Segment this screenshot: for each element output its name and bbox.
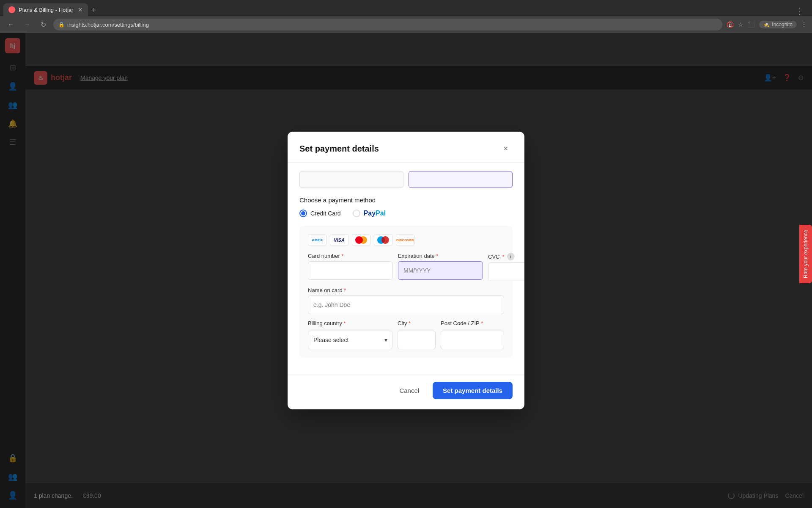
modal-footer: Cancel Set payment details (288, 375, 524, 409)
address-bar[interactable]: 🔒 insights.hotjar.com/settings/billing (53, 19, 722, 30)
tab-bar: Plans & Billing - Hotjar ✕ + ⋮ (0, 0, 812, 16)
card-section: AMEX VISA DISCOVER (299, 226, 513, 358)
chrome-menu-icon[interactable]: ⋮ (801, 21, 807, 28)
browser-controls-right: 📵 ☆ ⬛ 🕵 Incognito ⋮ (727, 21, 807, 28)
credit-card-radio[interactable] (299, 210, 307, 217)
rate-experience-widget[interactable]: Rate your experience (799, 225, 812, 283)
card-number-input[interactable] (308, 261, 393, 280)
cancel-button[interactable]: Cancel (392, 383, 426, 398)
active-tab[interactable]: Plans & Billing - Hotjar ✕ (3, 3, 88, 16)
star-icon[interactable]: ☆ (738, 21, 743, 28)
rate-label: Rate your experience (803, 230, 809, 278)
billing-country-select-wrap: Please select ▾ (308, 331, 392, 349)
credit-card-label: Credit Card (310, 210, 341, 217)
top-field-left (299, 171, 403, 188)
tab-title: Plans & Billing - Hotjar (19, 7, 73, 13)
city-input[interactable] (398, 331, 436, 349)
address-bar-row: ← → ↻ 🔒 insights.hotjar.com/settings/bil… (0, 16, 812, 33)
url-text: insights.hotjar.com/settings/billing (67, 22, 149, 28)
back-button[interactable]: ← (5, 19, 17, 30)
tab-favicon (8, 6, 15, 13)
name-field-wrap: Name on card * (308, 287, 504, 314)
browser-chrome: Plans & Billing - Hotjar ✕ + ⋮ ← → ↻ 🔒 i… (0, 0, 812, 33)
card-number-label: Card number * (308, 253, 393, 259)
cvc-info-icon[interactable]: i (507, 253, 515, 260)
top-fields (299, 171, 513, 188)
modal-header: Set payment details × (288, 132, 524, 163)
zip-group: Post Code / ZIP * (441, 320, 504, 349)
modal-close-button[interactable]: × (499, 142, 513, 155)
credit-card-option[interactable]: Credit Card (299, 210, 341, 217)
modal-title: Set payment details (299, 144, 379, 154)
extensions-icon[interactable]: ⬛ (748, 21, 755, 28)
billing-country-label: Billing country * (308, 320, 392, 326)
name-input[interactable] (308, 295, 504, 314)
paypal-logo: PayPal (364, 210, 386, 217)
payment-modal: Set payment details × Choose a payment m… (288, 132, 524, 409)
card-number-group: Card number * (308, 253, 393, 281)
forward-button: → (21, 19, 33, 30)
incognito-icon: 🕵 (763, 22, 770, 28)
card-number-row: Card number * Expiration date * CVC * (308, 253, 504, 281)
cvc-input[interactable] (488, 262, 524, 281)
visa-icon: VISA (330, 234, 348, 246)
reload-button[interactable]: ↻ (37, 19, 49, 30)
set-payment-button[interactable]: Set payment details (433, 382, 513, 399)
expiration-input[interactable] (398, 261, 483, 280)
new-tab-button[interactable]: + (88, 4, 100, 16)
city-group: City * (398, 320, 436, 349)
expiration-label: Expiration date * (398, 253, 483, 259)
billing-country-select[interactable]: Please select (308, 331, 392, 349)
incognito-label: Incognito (772, 22, 793, 28)
payment-method-label: Choose a payment method (299, 196, 513, 204)
card-required: * (340, 253, 344, 259)
discover-icon: DISCOVER (396, 234, 414, 246)
postcode-input[interactable] (441, 331, 504, 349)
cvc-group: CVC * i (488, 253, 524, 281)
postcode-label: Post Code / ZIP * (441, 320, 504, 326)
mastercard-icon (352, 234, 370, 246)
modal-body: Choose a payment method Credit Card PayP… (288, 163, 524, 375)
exp-required: * (435, 253, 439, 259)
billing-row: Billing country * Please select ▾ City * (308, 320, 504, 349)
card-icons: AMEX VISA DISCOVER (308, 234, 504, 246)
modal-overlay: Set payment details × Choose a payment m… (0, 33, 812, 508)
top-field-right (409, 171, 513, 188)
billing-country-group: Billing country * Please select ▾ (308, 320, 392, 349)
incognito-badge: 🕵 Incognito (759, 21, 797, 28)
city-label: City * (398, 320, 436, 326)
maestro-icon (374, 234, 392, 246)
lock-icon: 🔒 (58, 22, 65, 28)
tab-close-button[interactable]: ✕ (78, 6, 83, 13)
expiration-group: Expiration date * (398, 253, 483, 281)
paypal-option[interactable]: PayPal (353, 210, 386, 217)
camera-off-icon: 📵 (727, 21, 734, 28)
amex-icon: AMEX (308, 234, 326, 246)
radio-inner (301, 211, 305, 215)
paypal-radio[interactable] (353, 210, 360, 217)
cvc-label-row: CVC * i (488, 253, 524, 260)
payment-methods: Credit Card PayPal (299, 210, 513, 217)
menu-icon[interactable]: ⋮ (796, 7, 809, 16)
name-label: Name on card * (308, 287, 504, 293)
